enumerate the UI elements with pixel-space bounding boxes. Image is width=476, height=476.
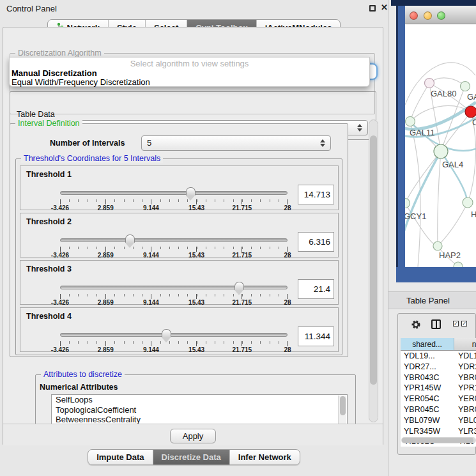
threshold-value-field[interactable]: 6.316 [298, 232, 334, 252]
slider-track[interactable] [60, 191, 288, 195]
network-node-label: GAL4 [442, 160, 463, 169]
cell-name[interactable]: YBR0 [454, 372, 476, 383]
cell-shared-name[interactable]: YDR27... [401, 362, 454, 372]
slider-thumb-icon[interactable] [125, 234, 135, 243]
tab-discretize-data[interactable]: Discretize Data [153, 450, 229, 464]
cell-shared-name[interactable]: YPR145W [401, 383, 454, 394]
network-node-label: HAP2 [439, 250, 461, 260]
cell-shared-name[interactable]: YBR043C [401, 372, 454, 383]
dropdown-option-equal-width[interactable]: Equal Width/Frequency Discretization [12, 77, 150, 87]
cell-name[interactable]: YDL1 [454, 351, 476, 362]
table-panel-title: Table Panel [406, 296, 450, 305]
slider-thumb-icon[interactable] [162, 329, 171, 337]
threshold-slider[interactable]: -3.4262.8599.14415.4321.71528 [60, 281, 288, 304]
network-node-label: GAL80 [431, 89, 456, 98]
attribute-list-item[interactable]: TopologicalCoefficient [52, 405, 347, 415]
attribute-list-item[interactable]: BetweennessCentrality [52, 415, 347, 424]
tick-label: 28 [284, 346, 291, 353]
network-node[interactable] [461, 82, 470, 91]
number-of-intervals-combobox[interactable]: 5 [141, 135, 331, 151]
close-traffic-icon[interactable] [410, 12, 418, 20]
settings-vertical-scrollbar[interactable] [369, 119, 378, 422]
table-row[interactable]: YER054CYER0 [401, 394, 476, 404]
columns-icon[interactable] [431, 319, 441, 329]
cell-shared-name[interactable]: YBR045C [401, 404, 454, 415]
network-node[interactable] [406, 117, 415, 127]
slider-track[interactable] [60, 286, 288, 289]
cell-shared-name[interactable]: YER054C [401, 394, 454, 404]
cell-name[interactable]: YER0 [454, 394, 476, 404]
tick-label: -3.426 [51, 299, 69, 306]
dropdown-option-manual[interactable]: Manual Discretization [12, 68, 97, 78]
slider-thumb-icon[interactable] [186, 187, 196, 196]
network-node[interactable] [463, 197, 473, 208]
cell-shared-name[interactable]: YBL079W [401, 415, 454, 426]
attributes-group: Attributes to discretize Numerical Attri… [35, 374, 356, 424]
network-window-titlebar[interactable] [405, 6, 476, 24]
threshold-slider[interactable]: -3.4262.8599.14415.4321.71528 [60, 234, 288, 257]
tick-label: 28 [284, 252, 291, 259]
float-window-icon[interactable] [369, 5, 376, 12]
interval-definition-group: Interval Definition Number of Intervals … [10, 123, 348, 357]
threshold-label: Threshold 2 [26, 217, 72, 226]
node-table[interactable]: shared... na... YDL19...YDL1YDR27...YDR2… [401, 338, 476, 447]
cell-name[interactable]: YPR1 [454, 383, 476, 394]
threshold-slider[interactable]: -3.4262.8599.14415.4321.71528 [60, 187, 288, 210]
table-row[interactable]: YDL19...YDL1 [401, 351, 476, 362]
interval-definition-group-label: Interval Definition [15, 119, 82, 128]
table-row[interactable]: YBR043CYBR0 [401, 372, 476, 383]
algorithm-dropdown-popup: Select algorithm to view settings Manual… [9, 57, 370, 87]
tab-impute-data[interactable]: Impute Data [88, 450, 152, 464]
slider-major-ticks [60, 199, 288, 204]
tick-label: 15.43 [188, 204, 204, 211]
tab-infer-network[interactable]: Infer Network [229, 450, 300, 464]
threshold-row: Threshold 4 -3.4262.8599.14415.4321.7152… [20, 307, 339, 352]
minimize-traffic-icon[interactable] [424, 12, 432, 20]
table-row[interactable]: YBL079WYBL0 [401, 415, 476, 426]
attribute-list-item[interactable]: SelfLoops [52, 395, 347, 405]
threshold-value-field[interactable]: 21.4 [298, 279, 334, 299]
table-horizontal-scrollbar[interactable] [401, 437, 476, 443]
checkbox-icon[interactable]: ✓ [461, 321, 467, 326]
checkbox-icon[interactable]: ✓ [453, 321, 459, 326]
network-node[interactable] [425, 79, 434, 88]
network-node-label: GA [467, 92, 476, 102]
cell-shared-name[interactable]: YDL19... [401, 351, 454, 362]
network-node[interactable] [433, 242, 442, 250]
attributes-list-scrollbar[interactable] [338, 395, 346, 424]
cell-name[interactable]: YBL0 [454, 415, 476, 426]
apply-button[interactable]: Apply [170, 429, 216, 443]
slider-track[interactable] [60, 238, 288, 242]
network-node[interactable] [405, 199, 410, 208]
tab-label: Impute Data [96, 452, 144, 462]
table-row[interactable]: YPR145WYPR1 [401, 383, 476, 394]
threshold-value-field[interactable]: 14.713 [298, 185, 334, 204]
table-row[interactable]: YBR045CYBR0 [401, 404, 476, 415]
network-node[interactable] [465, 106, 476, 118]
table-header-name[interactable]: na... [454, 338, 476, 351]
threshold-slider[interactable]: -3.4262.8599.14415.4321.71528 [60, 328, 288, 351]
table-row[interactable]: YDR27...YDR2 [401, 362, 476, 372]
table-row[interactable]: YLR345WYLR3 [401, 426, 476, 437]
gear-icon[interactable] [411, 319, 421, 332]
network-canvas[interactable]: GAL80GACGAL11GAL4GCY1HHAP2 [405, 24, 476, 267]
zoom-traffic-icon[interactable] [437, 12, 445, 20]
network-node[interactable] [454, 262, 463, 267]
cell-shared-name[interactable]: YLR345W [401, 426, 454, 437]
cell-name[interactable]: YLR3 [454, 426, 476, 437]
numerical-attributes-list[interactable]: SelfLoopsTopologicalCoefficientBetweenne… [51, 394, 348, 424]
network-node-label: GCY1 [405, 211, 426, 221]
dropdown-placeholder-option[interactable]: Select algorithm to view settings [10, 59, 369, 68]
threshold-value-field[interactable]: 11.344 [298, 326, 334, 346]
thresholds-group-label: Threshold's Coordinates for 5 Intervals [21, 154, 163, 163]
bottom-tab-group: Impute DataDiscretize DataInfer Network [88, 449, 300, 465]
network-node[interactable] [434, 144, 448, 158]
cell-name[interactable]: YDR2 [454, 362, 476, 372]
table-header-shared-name[interactable]: shared... [401, 338, 454, 351]
network-window-frame-bottom [396, 267, 476, 282]
slider-thumb-icon[interactable] [234, 282, 244, 290]
tick-label: 9.144 [143, 204, 159, 211]
cell-name[interactable]: YBR0 [454, 404, 476, 415]
close-icon[interactable]: ✕ [381, 3, 388, 12]
slider-track[interactable] [60, 333, 288, 337]
